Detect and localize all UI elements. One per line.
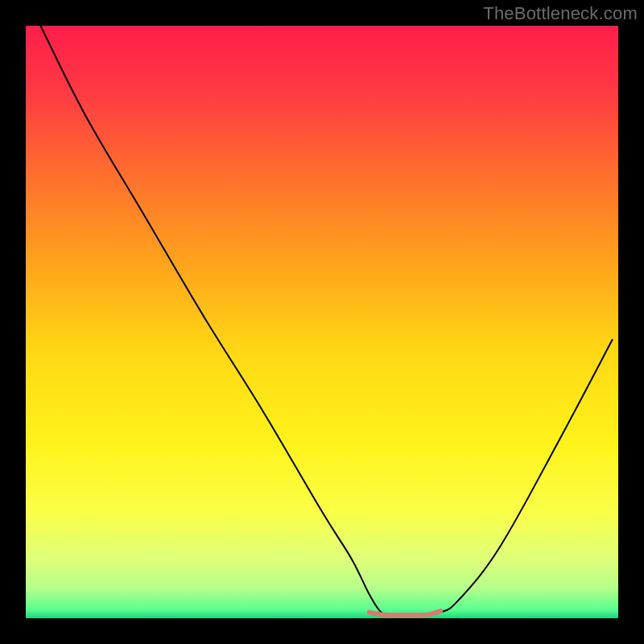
chart-container: TheBottleneck.com	[0, 0, 644, 644]
plot-area	[26, 26, 618, 618]
watermark-text: TheBottleneck.com	[483, 3, 638, 24]
bottleneck-chart	[0, 0, 644, 644]
